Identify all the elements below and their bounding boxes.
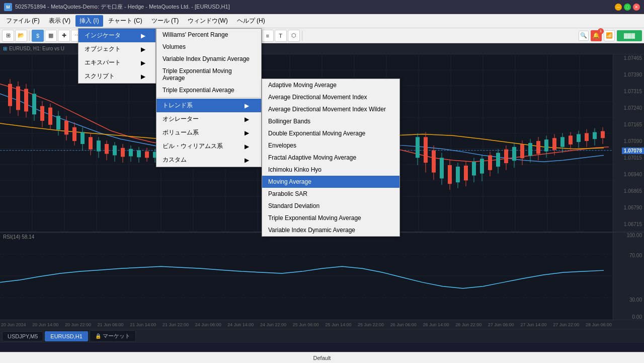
- signal-button[interactable]: 📶: [604, 30, 615, 41]
- ind-volumes[interactable]: Volumes: [156, 41, 261, 53]
- rsi-100: 100.00: [626, 233, 642, 238]
- status-bar: Default: [0, 352, 644, 363]
- menu-chart[interactable]: チャート (C): [104, 15, 146, 27]
- svg-rect-130: [601, 131, 605, 138]
- rsi-scale: 100.00 70.00 30.00 0.00: [613, 233, 644, 320]
- price-level-5: 1.07165: [624, 122, 642, 127]
- time-4: 21 Jun 14:00: [130, 322, 156, 327]
- ind-custom[interactable]: カスタム ▶: [156, 153, 261, 167]
- trend-ichi[interactable]: Ichimoku Kinko Hyo: [262, 164, 399, 176]
- price-level-1: 1.07465: [624, 55, 642, 61]
- menu-help[interactable]: ヘルプ (H): [233, 15, 269, 27]
- notification-wrapper: 🔔 1: [591, 30, 602, 41]
- new-chart-button[interactable]: ⊞: [2, 30, 14, 42]
- menu-insert[interactable]: 挿入 (I): [75, 15, 103, 27]
- menu-item-expert[interactable]: エキスパート ▶: [78, 56, 155, 69]
- title-left: M 5025751894 - MetaQuotes-Demo: デモ口座 - H…: [4, 3, 230, 11]
- svg-rect-94: [456, 167, 460, 182]
- svg-rect-30: [8, 84, 12, 106]
- chart-tabs: USDJPY,M5 EURUSD,H1 🔒 マーケット: [0, 329, 644, 343]
- menu-tools[interactable]: ツール (T): [147, 15, 183, 27]
- trend-dema[interactable]: Double Exponential Moving Average: [262, 127, 399, 139]
- svg-rect-62: [137, 151, 141, 158]
- ind-oscillator[interactable]: オシレーター ▶: [156, 112, 261, 126]
- open-button[interactable]: 📂: [15, 30, 27, 42]
- notification-badge: 1: [598, 28, 604, 34]
- rsi-0: 0.00: [632, 314, 642, 320]
- svg-rect-106: [504, 150, 508, 163]
- ind-vida[interactable]: Variable Index Dynamic Average: [156, 53, 261, 65]
- time-3: 21 Jun 06:00: [98, 322, 124, 327]
- rsi-chart-svg: [0, 233, 613, 320]
- sep1: [156, 97, 261, 98]
- trend-fama[interactable]: Fractal Adaptive Moving Average: [262, 152, 399, 164]
- toolbar-sep4: [302, 31, 302, 41]
- time-16: 27 Jun 14:00: [521, 322, 547, 327]
- trend-env[interactable]: Envelopes: [262, 139, 399, 152]
- menu-item-script[interactable]: スクリプト ▶: [78, 69, 155, 83]
- ind-tea[interactable]: Triple Exponential Average: [156, 84, 261, 96]
- svg-rect-38: [40, 106, 44, 121]
- svg-rect-84: [416, 137, 420, 158]
- tab-usdjpy[interactable]: USDJPY,M5: [2, 331, 43, 341]
- time-13: 26 Jun 14:00: [423, 322, 449, 327]
- trend-ama[interactable]: Adaptive Moving Average: [262, 79, 399, 91]
- trend-admiw[interactable]: Average Directional Movement Index Wilde…: [262, 103, 399, 115]
- fib-tool[interactable]: ≡: [262, 30, 274, 42]
- titlebar: M 5025751894 - MetaQuotes-Demo: デモ口座 - H…: [0, 0, 644, 14]
- trend-ma[interactable]: Moving Average: [262, 176, 399, 188]
- time-8: 24 Jun 22:00: [260, 322, 286, 327]
- price-scale: 1.07465 1.07390 1.07315 1.07240 1.07165 …: [613, 54, 644, 232]
- menu-view[interactable]: 表示 (V): [45, 15, 74, 27]
- time-labels: 20 Jun 2024 20 Jun 14:00 20 Jun 22:00 21…: [0, 322, 613, 327]
- ind-tema[interactable]: Triple Exponential Moving Average: [156, 65, 261, 84]
- trend-admi[interactable]: Average Directional Movement Index: [262, 91, 399, 103]
- maximize-button[interactable]: □: [624, 4, 631, 11]
- time-17: 27 Jun 22:00: [553, 322, 579, 327]
- price-level-10: 1.06790: [624, 205, 642, 210]
- shapes-tool[interactable]: ⬡: [288, 30, 300, 42]
- minimize-button[interactable]: ─: [615, 4, 622, 11]
- trend-sd[interactable]: Standard Deviation: [262, 200, 399, 212]
- svg-rect-116: [544, 139, 548, 151]
- trend-vida2[interactable]: Variable Index Dynamic Average: [262, 224, 399, 236]
- text-tool[interactable]: T: [275, 30, 287, 42]
- close-button[interactable]: ✕: [633, 4, 640, 11]
- tab-market[interactable]: 🔒 マーケット: [90, 330, 136, 342]
- ind-bill[interactable]: ビル・ウィリアムス系 ▶: [156, 139, 261, 153]
- status-default: Default: [313, 355, 331, 361]
- search-button[interactable]: 🔍: [579, 31, 589, 41]
- rsi-70: 70.00: [629, 253, 642, 258]
- menu-item-object[interactable]: オブジェクト ▶: [78, 42, 155, 56]
- svg-rect-124: [577, 134, 581, 142]
- zoom-in-button[interactable]: $: [32, 30, 44, 42]
- svg-rect-86: [424, 137, 428, 163]
- crosshair-button[interactable]: ✚: [58, 30, 70, 42]
- menu-window[interactable]: ウィンドウ(W): [184, 15, 231, 27]
- svg-rect-128: [593, 132, 597, 139]
- svg-rect-42: [56, 116, 60, 129]
- price-level-4: 1.07240: [624, 105, 642, 111]
- zoom-out-button[interactable]: ▦: [45, 30, 57, 42]
- menu-file[interactable]: ファイル (F): [2, 15, 44, 27]
- ind-trend[interactable]: トレンド系 ▶: [156, 99, 261, 112]
- svg-rect-88: [432, 151, 436, 173]
- menu-item-indicator[interactable]: インジケータ ▶: [78, 29, 155, 42]
- svg-rect-40: [48, 108, 52, 125]
- svg-rect-36: [32, 94, 36, 114]
- rsi-info-label: RSI(14) 58.14: [3, 234, 34, 240]
- time-6: 24 Jun 06:00: [195, 322, 221, 327]
- ind-williams[interactable]: Williams' Percent Range: [156, 29, 261, 41]
- tab-eurusd[interactable]: EURUSD,H1: [45, 331, 88, 341]
- trend-tema2[interactable]: Triple Exponential Moving Average: [262, 212, 399, 224]
- svg-rect-102: [488, 155, 492, 170]
- svg-rect-90: [440, 158, 444, 178]
- time-0: 20 Jun 2024: [1, 322, 26, 327]
- window-controls: ─ □ ✕: [615, 4, 640, 11]
- price-current: 1.07078: [622, 148, 644, 154]
- svg-rect-100: [480, 159, 484, 173]
- trend-psar[interactable]: Parabolic SAR: [262, 188, 399, 200]
- trend-bb[interactable]: Bollinger Bands: [262, 115, 399, 127]
- ind-volume[interactable]: ボリューム系 ▶: [156, 126, 261, 139]
- chart-icon: ⊞: [3, 46, 7, 51]
